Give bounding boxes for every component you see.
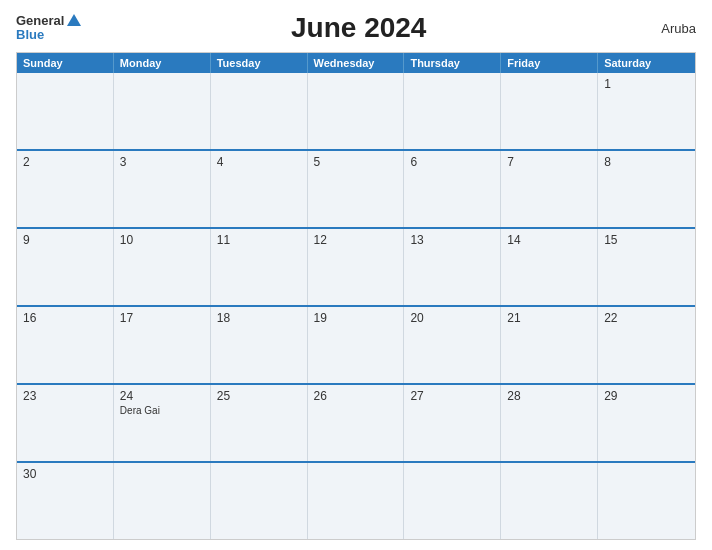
day-28: 28: [501, 385, 598, 461]
calendar-body: 1 2 3 4 5 6 7 8 9 10 11 12 13 14 15: [17, 73, 695, 539]
top-bar: General Blue June 2024 Aruba: [16, 12, 696, 44]
header-tuesday: Tuesday: [211, 53, 308, 73]
day-2: 2: [17, 151, 114, 227]
day-20: 20: [404, 307, 501, 383]
logo-triangle-icon: [67, 14, 81, 26]
day-cell: [501, 463, 598, 539]
day-22: 22: [598, 307, 695, 383]
day-25: 25: [211, 385, 308, 461]
day-5: 5: [308, 151, 405, 227]
day-14: 14: [501, 229, 598, 305]
day-cell: [308, 73, 405, 149]
header-friday: Friday: [501, 53, 598, 73]
logo: General Blue: [16, 14, 81, 43]
day-27: 27: [404, 385, 501, 461]
day-4: 4: [211, 151, 308, 227]
day-1: 1: [598, 73, 695, 149]
header-thursday: Thursday: [404, 53, 501, 73]
day-cell: [404, 73, 501, 149]
header-wednesday: Wednesday: [308, 53, 405, 73]
header-sunday: Sunday: [17, 53, 114, 73]
week-1: 1: [17, 73, 695, 149]
day-cell: [114, 73, 211, 149]
day-6: 6: [404, 151, 501, 227]
week-3: 9 10 11 12 13 14 15: [17, 227, 695, 305]
day-cell: [114, 463, 211, 539]
calendar-title: June 2024: [81, 12, 636, 44]
day-cell: [211, 463, 308, 539]
day-21: 21: [501, 307, 598, 383]
day-26: 26: [308, 385, 405, 461]
header-monday: Monday: [114, 53, 211, 73]
day-7: 7: [501, 151, 598, 227]
logo-general-text: General: [16, 14, 64, 28]
day-12: 12: [308, 229, 405, 305]
week-6: 30: [17, 461, 695, 539]
day-10: 10: [114, 229, 211, 305]
week-2: 2 3 4 5 6 7 8: [17, 149, 695, 227]
day-cell: [17, 73, 114, 149]
day-3: 3: [114, 151, 211, 227]
event-dera-gai: Dera Gai: [120, 405, 160, 416]
day-11: 11: [211, 229, 308, 305]
day-cell: [501, 73, 598, 149]
calendar-grid: Sunday Monday Tuesday Wednesday Thursday…: [16, 52, 696, 540]
day-23: 23: [17, 385, 114, 461]
day-cell: [211, 73, 308, 149]
day-24: 24 Dera Gai: [114, 385, 211, 461]
country-label: Aruba: [636, 21, 696, 36]
day-15: 15: [598, 229, 695, 305]
week-4: 16 17 18 19 20 21 22: [17, 305, 695, 383]
week-5: 23 24 Dera Gai 25 26 27 28 29: [17, 383, 695, 461]
day-30: 30: [17, 463, 114, 539]
header-saturday: Saturday: [598, 53, 695, 73]
logo-blue-text: Blue: [16, 28, 44, 42]
day-17: 17: [114, 307, 211, 383]
calendar-header: Sunday Monday Tuesday Wednesday Thursday…: [17, 53, 695, 73]
day-cell: [308, 463, 405, 539]
day-cell: [598, 463, 695, 539]
day-19: 19: [308, 307, 405, 383]
day-29: 29: [598, 385, 695, 461]
calendar-page: General Blue June 2024 Aruba Sunday Mond…: [0, 0, 712, 550]
day-cell: [404, 463, 501, 539]
day-9: 9: [17, 229, 114, 305]
day-16: 16: [17, 307, 114, 383]
day-8: 8: [598, 151, 695, 227]
day-18: 18: [211, 307, 308, 383]
day-13: 13: [404, 229, 501, 305]
